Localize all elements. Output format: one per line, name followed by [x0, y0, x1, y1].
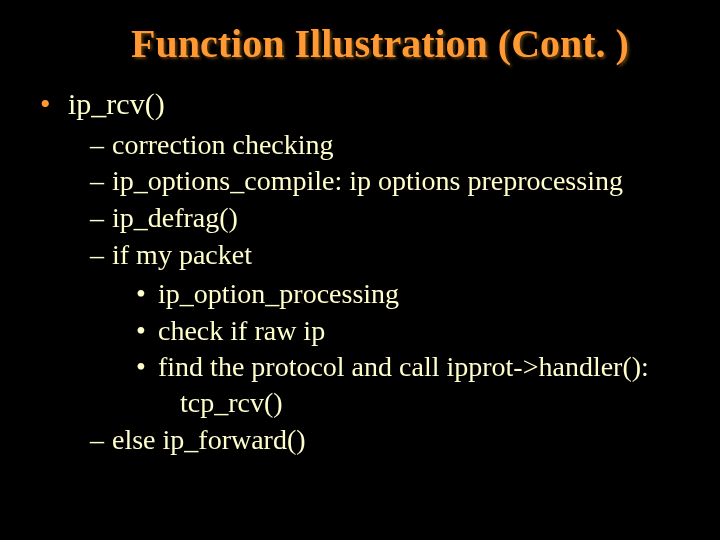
bullet-list-level2: correction checking ip_options_compile: …: [68, 127, 690, 459]
list-item: check if raw ip: [136, 313, 690, 349]
bullet-list-level3: ip_option_processing check if raw ip fin…: [112, 276, 690, 422]
list-item: ip_option_processing: [136, 276, 690, 312]
bullet-list-level1: ip_rcv() correction checking ip_options_…: [30, 85, 690, 459]
slide-title: Function Illustration (Cont. ): [30, 20, 690, 67]
list-item: ip_options_compile: ip options preproces…: [90, 163, 690, 200]
bullet-text: if my packet: [112, 239, 252, 270]
bullet-text: ip_options_compile: ip options preproces…: [112, 165, 623, 196]
list-item: find the protocol and call ipprot->handl…: [136, 349, 690, 422]
list-item: if my packet ip_option_processing check …: [90, 237, 690, 422]
bullet-text: ip_option_processing: [158, 278, 399, 309]
bullet-text-continuation: tcp_rcv(): [158, 385, 690, 421]
bullet-text: correction checking: [112, 129, 334, 160]
bullet-text: ip_rcv(): [68, 87, 165, 120]
bullet-text: check if raw ip: [158, 315, 325, 346]
slide: Function Illustration (Cont. ) ip_rcv() …: [0, 0, 720, 540]
list-item: ip_rcv() correction checking ip_options_…: [40, 85, 690, 459]
bullet-text: find the protocol and call ipprot->handl…: [158, 351, 649, 382]
list-item: ip_defrag(): [90, 200, 690, 237]
list-item: correction checking: [90, 127, 690, 164]
bullet-text: ip_defrag(): [112, 202, 238, 233]
bullet-text: else ip_forward(): [112, 424, 306, 455]
list-item: else ip_forward(): [90, 422, 690, 459]
